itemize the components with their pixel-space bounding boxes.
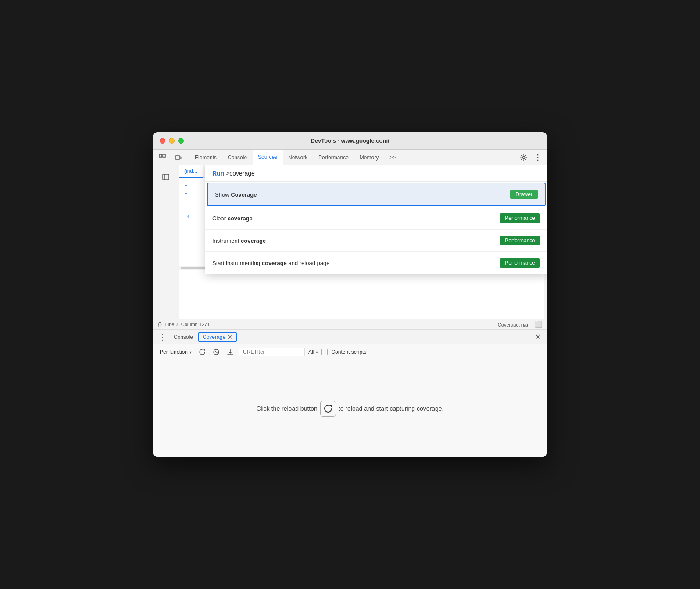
tab-memory[interactable]: Memory: [354, 150, 384, 165]
dock-icon[interactable]: ⬜: [535, 321, 542, 328]
traffic-lights: [160, 138, 184, 144]
title-bar: DevTools - www.google.com/: [153, 132, 547, 150]
chevron-down-icon: ▾: [189, 350, 192, 355]
command-item-text: Instrument coverage: [212, 237, 266, 244]
drawer-content: Click the reload button to reload and st…: [153, 360, 547, 457]
badge-performance-3[interactable]: Performance: [500, 258, 540, 268]
main-tabs: Elements Console Sources Network Perform…: [189, 150, 518, 165]
tab-network[interactable]: Network: [283, 150, 313, 165]
empty-message-suffix: to reload and start capturing coverage.: [339, 405, 444, 412]
url-filter-input[interactable]: [239, 348, 305, 356]
all-chevron-icon: ▾: [316, 350, 318, 355]
tab-elements[interactable]: Elements: [189, 150, 222, 165]
command-item-clear-coverage[interactable]: Clear coverage Performance: [205, 207, 547, 230]
svg-point-7: [537, 157, 539, 158]
status-right: Coverage: n/a ⬜: [498, 321, 542, 328]
svg-rect-1: [163, 154, 165, 157]
command-palette: Run >coverage Show Coverage Drawe: [205, 165, 547, 274]
command-item-start-instrumenting[interactable]: Start instrumenting coverage and reload …: [205, 252, 547, 274]
content-scripts-label: Content scripts: [331, 349, 366, 355]
empty-message-prefix: Click the reload button: [256, 405, 317, 412]
editor-area: (ind... – – – –: [179, 165, 547, 319]
command-item-show-coverage[interactable]: Show Coverage Drawer: [207, 183, 546, 206]
svg-rect-4: [180, 157, 181, 159]
menu-icon[interactable]: [532, 151, 544, 164]
command-item-text: Show Coverage: [215, 191, 257, 198]
maximize-button[interactable]: [178, 138, 184, 144]
main-tab-bar: Elements Console Sources Network Perform…: [153, 150, 547, 165]
all-dropdown[interactable]: All ▾: [308, 349, 318, 355]
tab-performance[interactable]: Performance: [313, 150, 354, 165]
command-overlay: Run >coverage Show Coverage Drawe: [205, 165, 547, 319]
svg-rect-0: [159, 154, 162, 157]
drawer-close-button[interactable]: ✕: [532, 331, 544, 343]
settings-icon[interactable]: [518, 151, 530, 164]
drawer: ⋮ Console Coverage ✕ ✕ Per function ▾: [153, 329, 547, 457]
coverage-tab-close[interactable]: ✕: [227, 334, 232, 341]
close-button[interactable]: [160, 138, 165, 144]
tab-more[interactable]: >>: [384, 150, 401, 165]
reload-coverage-icon[interactable]: [197, 347, 207, 357]
minimize-button[interactable]: [169, 138, 175, 144]
per-function-label: Per function: [160, 349, 188, 355]
clear-coverage-icon[interactable]: [211, 347, 221, 357]
status-left: {} Line 3, Column 1271: [158, 321, 210, 327]
svg-line-12: [215, 351, 218, 353]
run-label: Run: [212, 170, 224, 177]
format-icon[interactable]: {}: [158, 321, 162, 327]
tab-bar-right: [518, 151, 544, 164]
command-item-text: Clear coverage: [212, 215, 253, 222]
tab-console[interactable]: Console: [222, 150, 253, 165]
empty-state-message: Click the reload button to reload and st…: [256, 401, 443, 417]
cursor-position: Line 3, Column 1271: [165, 322, 210, 327]
all-label: All: [308, 349, 314, 355]
drawer-tab-coverage[interactable]: Coverage ✕: [198, 332, 237, 342]
command-item-text: Start instrumenting coverage and reload …: [212, 260, 329, 266]
reload-button-icon[interactable]: [320, 401, 336, 417]
drawer-tabs: ⋮ Console Coverage ✕ ✕: [153, 330, 547, 344]
svg-rect-9: [163, 174, 169, 180]
window-title: DevTools - www.google.com/: [311, 137, 389, 144]
badge-performance-1[interactable]: Performance: [500, 213, 540, 223]
coverage-status: Coverage: n/a: [498, 322, 528, 327]
svg-point-8: [537, 159, 539, 161]
tab-bar-left-icons: [156, 151, 184, 164]
sidebar-toggle-icon[interactable]: [158, 169, 174, 185]
editor-file-tab[interactable]: (ind...: [179, 165, 203, 178]
svg-rect-3: [175, 156, 180, 159]
badge-drawer[interactable]: Drawer: [510, 190, 538, 199]
main-area: (ind... – – – –: [153, 165, 547, 319]
sidebar: [153, 165, 179, 319]
devtools-body: Elements Console Sources Network Perform…: [153, 150, 547, 457]
badge-performance-2[interactable]: Performance: [500, 236, 540, 245]
command-item-instrument-coverage[interactable]: Instrument coverage Performance: [205, 230, 547, 252]
command-input-value[interactable]: >coverage: [226, 170, 255, 177]
svg-point-5: [523, 156, 525, 158]
coverage-tab-label: Coverage: [203, 334, 225, 340]
per-function-selector[interactable]: Per function ▾: [158, 348, 193, 356]
command-input-bar: Run >coverage: [205, 165, 547, 182]
svg-point-6: [537, 154, 539, 155]
drawer-tab-console[interactable]: Console: [168, 330, 198, 344]
content-scripts-checkbox[interactable]: [321, 349, 328, 355]
devtools-window: DevTools - www.google.com/: [153, 132, 547, 457]
status-bar: {} Line 3, Column 1271 Coverage: n/a ⬜: [153, 319, 547, 329]
drawer-toolbar: Per function ▾: [153, 344, 547, 360]
download-icon[interactable]: [225, 347, 236, 357]
inspect-icon[interactable]: [156, 151, 168, 164]
command-results: Show Coverage Drawer Clear coverage Perf…: [205, 183, 547, 274]
tab-sources[interactable]: Sources: [253, 150, 283, 165]
device-toggle-icon[interactable]: [172, 151, 184, 164]
drawer-menu-icon[interactable]: ⋮: [156, 331, 168, 343]
